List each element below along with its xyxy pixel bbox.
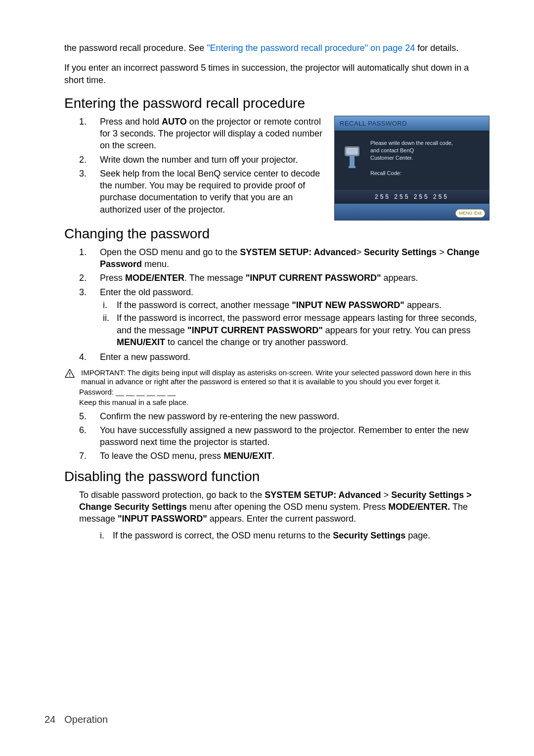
list-text: Seek help from the local BenQ service ce… — [100, 168, 324, 216]
list-text: Press and hold AUTO on the projector or … — [100, 116, 324, 152]
recall-procedure-link[interactable]: "Entering the password recall procedure"… — [207, 43, 415, 53]
osd-footer: MENU Exit — [335, 204, 489, 220]
footer-label: Operation — [64, 714, 108, 725]
list-text: If the password is correct, the OSD menu… — [113, 530, 490, 541]
list-number: 3. — [79, 286, 100, 349]
password-blank: Password: __ __ __ __ __ __ Keep this ma… — [64, 388, 490, 407]
list-item: 3. Seek help from the local BenQ service… — [64, 168, 324, 216]
osd-recall-label: Recall Code: — [370, 170, 483, 177]
intro-para-2: If you enter an incorrect password 5 tim… — [64, 62, 490, 86]
list-number: 4. — [79, 351, 100, 363]
intro-text-post: for details. — [415, 43, 458, 53]
list-number: i. — [103, 299, 117, 311]
page-footer: 24Operation — [44, 713, 108, 726]
list-number: ii. — [103, 312, 117, 348]
list-item: 1. Open the OSD menu and go to the SYSTE… — [64, 246, 490, 270]
list-text: To leave the OSD menu, press MENU/EXIT. — [100, 450, 490, 462]
osd-panel: RECALL PASSWORD Please write down the re… — [334, 116, 490, 221]
list-text: Enter a new password. — [100, 351, 490, 363]
list-item: 7. To leave the OSD menu, press MENU/EXI… — [64, 450, 490, 462]
important-text: IMPORTANT: The digits being input will d… — [81, 368, 490, 387]
intro-para-1: the password recall procedure. See "Ente… — [64, 42, 490, 54]
list-item: 2. Write down the number and turn off yo… — [64, 154, 324, 166]
recall-steps: 1. Press and hold AUTO on the projector … — [64, 116, 324, 221]
key-icon — [342, 144, 362, 169]
disable-para: To disable password protection, go back … — [64, 489, 490, 525]
svg-rect-3 — [349, 166, 356, 168]
password-line: Password: __ __ __ __ __ __ — [79, 388, 490, 397]
svg-rect-2 — [350, 156, 355, 167]
list-number: i. — [100, 530, 113, 541]
list-item: 1. Press and hold AUTO on the projector … — [64, 116, 324, 152]
osd-menu-button[interactable]: MENU Exit — [455, 209, 485, 217]
list-number: 1. — [79, 246, 100, 270]
heading-disable-password: Disabling the password function — [64, 467, 490, 486]
osd-body: Please write down the recall code, and c… — [335, 131, 489, 190]
list-number: 3. — [79, 168, 100, 216]
list-text: You have successfully assigned a new pas… — [100, 424, 490, 448]
list-item: 6. You have successfully assigned a new … — [64, 424, 490, 448]
change-sublist: i. If the password is correct, another m… — [100, 299, 490, 348]
important-note: IMPORTANT: The digits being input will d… — [64, 368, 490, 387]
list-number: 7. — [79, 450, 100, 462]
warning-icon — [64, 368, 77, 387]
osd-title: RECALL PASSWORD — [335, 116, 489, 131]
osd-message: Please write down the recall code, and c… — [370, 139, 483, 162]
list-item: 4. Enter a new password. — [64, 351, 490, 363]
list-text: Write down the number and turn off your … — [100, 154, 324, 166]
change-list-a: 1. Open the OSD menu and go to the SYSTE… — [64, 246, 490, 363]
change-list-b: 5. Confirm the new password by re-enteri… — [64, 410, 490, 462]
recall-row: 1. Press and hold AUTO on the projector … — [64, 116, 490, 221]
list-item: ii. If the password is incorrect, the pa… — [100, 312, 490, 348]
intro-text-pre: the password recall procedure. See — [64, 43, 207, 53]
list-item: 2. Press MODE/ENTER. The message "INPUT … — [64, 272, 490, 284]
page-number: 24 — [44, 714, 55, 725]
list-number: 2. — [79, 154, 100, 166]
list-text: If the password is incorrect, the passwo… — [117, 312, 490, 348]
disable-sublist: i. If the password is correct, the OSD m… — [64, 530, 490, 541]
list-number: 1. — [79, 116, 100, 152]
list-item: i. If the password is correct, another m… — [100, 299, 490, 311]
recall-list: 1. Press and hold AUTO on the projector … — [64, 116, 324, 216]
svg-rect-1 — [346, 148, 358, 155]
heading-recall-procedure: Entering the password recall procedure — [64, 94, 490, 113]
svg-point-5 — [69, 375, 70, 376]
list-item: i. If the password is correct, the OSD m… — [100, 530, 490, 541]
list-number: 5. — [79, 410, 100, 422]
list-item: 5. Confirm the new password by re-enteri… — [64, 410, 490, 422]
list-text: If the password is correct, another mess… — [117, 299, 490, 311]
heading-change-password: Changing the password — [64, 224, 490, 243]
list-number: 2. — [79, 272, 100, 284]
list-number: 6. — [79, 424, 100, 448]
list-text: Confirm the new password by re-entering … — [100, 410, 490, 422]
list-text: Enter the old password. i. If the passwo… — [100, 286, 490, 349]
list-item: 3. Enter the old password. i. If the pas… — [64, 286, 490, 349]
intro-block: the password recall procedure. See "Ente… — [64, 42, 490, 86]
list-text: Press MODE/ENTER. The message "INPUT CUR… — [100, 272, 490, 284]
osd-recall-code: 255 255 255 255 — [335, 190, 489, 204]
list-text: Open the OSD menu and go to the SYSTEM S… — [100, 246, 490, 270]
keep-line: Keep this manual in a safe place. — [79, 398, 490, 407]
